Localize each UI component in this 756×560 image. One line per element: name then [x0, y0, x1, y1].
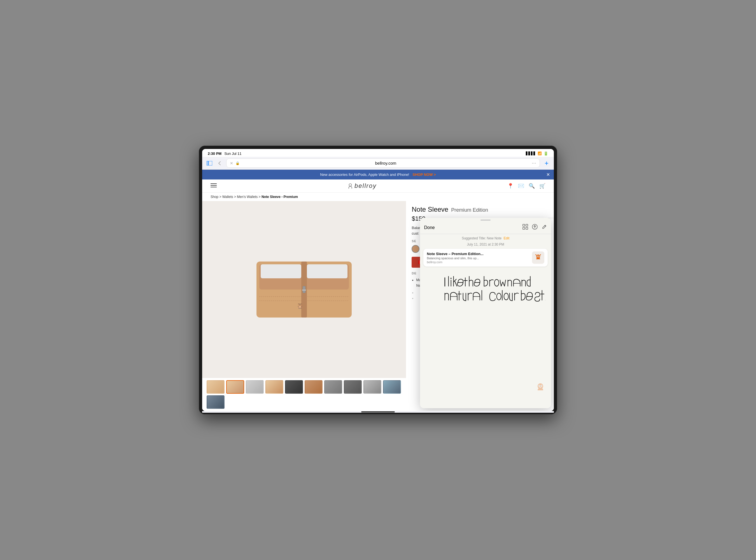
svg-rect-9 — [261, 264, 301, 278]
notes-toolbar: Done — [420, 221, 551, 234]
battery-icon: 🔋 — [543, 151, 548, 156]
swatch-tan[interactable] — [412, 245, 419, 253]
thumbnail-7[interactable] — [324, 380, 342, 394]
notes-owl-watermark — [534, 381, 547, 396]
svg-rect-0 — [207, 161, 208, 165]
status-date: Sun Jul 11 — [224, 152, 241, 156]
product-gallery: 🦉 — [202, 201, 406, 411]
browser-nav-icons — [205, 159, 223, 167]
site-header-icons: 📍 ✉️ 🔍 🛒 — [508, 183, 545, 189]
thumbnail-3[interactable] — [246, 380, 264, 394]
browser-chrome: ✕ 🔒 bellroy.com ⋯ + — [202, 157, 554, 170]
svg-point-35 — [495, 279, 499, 286]
svg-rect-22 — [523, 227, 525, 229]
svg-rect-21 — [526, 224, 528, 226]
logo-text: bellroy — [355, 182, 377, 189]
status-bar: 2:30 PM Sun Jul 11 ▋▋▋▋ 📶 🔋 — [202, 149, 554, 157]
svg-rect-14 — [302, 289, 306, 291]
cart-icon[interactable]: 🛒 — [539, 183, 545, 189]
product-info: Note Sleeve Premium Edition $159 CAD Fre… — [406, 201, 554, 411]
notes-panel: Done — [420, 218, 551, 408]
product-title-row: Note Sleeve Premium Edition — [412, 205, 548, 213]
notes-done-button[interactable]: Done — [424, 225, 435, 230]
svg-point-38 — [504, 293, 509, 300]
product-title-main: Note Sleeve — [412, 205, 448, 213]
hamburger-menu-icon[interactable] — [211, 183, 217, 189]
svg-text:🦉: 🦉 — [297, 303, 303, 309]
breadcrumb-shop[interactable]: Shop — [211, 195, 218, 199]
svg-point-6 — [349, 184, 352, 186]
new-tab-button[interactable]: + — [543, 159, 551, 167]
promo-text: New accessories for AirPods, Apple Watch… — [320, 173, 409, 177]
thumbnail-11[interactable] — [207, 395, 224, 409]
site-header: bellroy 📍 ✉️ 🔍 🛒 — [202, 179, 554, 193]
svg-rect-23 — [526, 227, 528, 229]
breadcrumb-sep3: > — [259, 195, 261, 199]
home-indicator — [361, 411, 395, 413]
handwriting-svg — [425, 272, 545, 306]
thumbnail-6[interactable] — [305, 380, 322, 394]
sidebar-toggle-icon[interactable] — [205, 159, 213, 167]
svg-rect-11 — [307, 264, 347, 278]
promo-close-icon[interactable]: ✕ — [546, 172, 550, 177]
notes-drag-handle[interactable] — [480, 220, 491, 221]
thumbnail-strip — [202, 378, 406, 411]
thumbnail-8[interactable] — [344, 380, 362, 394]
breadcrumb-mens[interactable]: Men's Wallets — [237, 195, 258, 199]
thumbnail-1[interactable] — [207, 380, 224, 394]
svg-point-31 — [451, 278, 452, 279]
web-preview-card[interactable]: Note Sleeve – Premium Edition... Balanci… — [423, 248, 548, 266]
breadcrumb-wallets[interactable]: Wallets — [222, 195, 233, 199]
wifi-icon: 📶 — [538, 152, 542, 155]
svg-point-37 — [497, 293, 501, 300]
thumbnail-10[interactable] — [383, 380, 401, 394]
thumbnail-4[interactable] — [265, 380, 283, 394]
notes-meta: Suggested Title: New Note Edit — [420, 234, 551, 242]
web-preview-text: Note Sleeve – Premium Edition... Balanci… — [427, 252, 529, 264]
ipad-frame: 2:30 PM Sun Jul 11 ▋▋▋▋ 📶 🔋 — [199, 146, 557, 414]
breadcrumb-current: Note Sleeve - Premium — [261, 195, 298, 199]
promo-cta[interactable]: SHOP NOW > — [413, 173, 436, 177]
notes-handwriting-area[interactable] — [420, 269, 551, 408]
address-bar[interactable]: ✕ 🔒 bellroy.com ⋯ — [226, 159, 540, 168]
svg-point-46 — [541, 385, 542, 386]
thumbnail-9[interactable] — [363, 380, 381, 394]
svg-point-29 — [537, 256, 538, 257]
svg-point-30 — [539, 256, 539, 257]
notes-compose-icon[interactable] — [541, 224, 547, 231]
status-time: 2:30 PM — [208, 152, 221, 156]
wifi-bars-icon: ▋▋▋▋ — [526, 152, 536, 155]
notes-toolbar-icons — [522, 224, 547, 231]
web-preview-thumbnail — [532, 252, 544, 264]
mail-icon[interactable]: ✉️ — [518, 183, 524, 189]
svg-point-45 — [539, 385, 540, 386]
home-indicator-area — [202, 411, 554, 413]
main-content: 🦉 — [202, 201, 554, 411]
ipad-screen: 2:30 PM Sun Jul 11 ▋▋▋▋ 📶 🔋 — [202, 149, 554, 411]
web-preview-url: bellroy.com — [427, 260, 529, 264]
bellroy-logo: bellroy — [347, 182, 377, 189]
svg-rect-20 — [523, 224, 525, 226]
search-icon[interactable]: 🔍 — [529, 183, 535, 189]
tab-close-icon[interactable]: ✕ — [230, 161, 233, 165]
breadcrumb: Shop > Wallets > Men's Wallets > Note Sl… — [202, 193, 554, 201]
web-preview-desc: Balancing spacious and slim, this up... — [427, 257, 529, 260]
suggested-title-text: Suggested Title: New Note — [462, 236, 501, 240]
thumbnail-5[interactable] — [285, 380, 303, 394]
notes-overlay: Done — [420, 218, 554, 411]
notes-edit-link[interactable]: Edit — [504, 236, 510, 240]
web-preview-title: Note Sleeve – Premium Edition... — [427, 252, 529, 256]
notes-share-icon[interactable] — [532, 224, 538, 231]
location-icon[interactable]: 📍 — [508, 183, 514, 189]
thumbnail-2[interactable] — [226, 380, 244, 394]
main-product-image: 🦉 — [202, 201, 406, 378]
back-button[interactable] — [216, 159, 223, 167]
product-title-sub: Premium Edition — [451, 207, 488, 213]
notes-grid-icon[interactable] — [522, 224, 528, 231]
lock-icon: 🔒 — [236, 161, 240, 165]
address-bar-text[interactable]: bellroy.com — [242, 161, 530, 165]
breadcrumb-sep2: > — [234, 195, 237, 199]
wallet-svg: 🦉 — [251, 256, 357, 323]
notes-date: July 11, 2021 at 2:30 PM — [420, 242, 551, 246]
more-options-icon[interactable]: ⋯ — [532, 160, 536, 166]
